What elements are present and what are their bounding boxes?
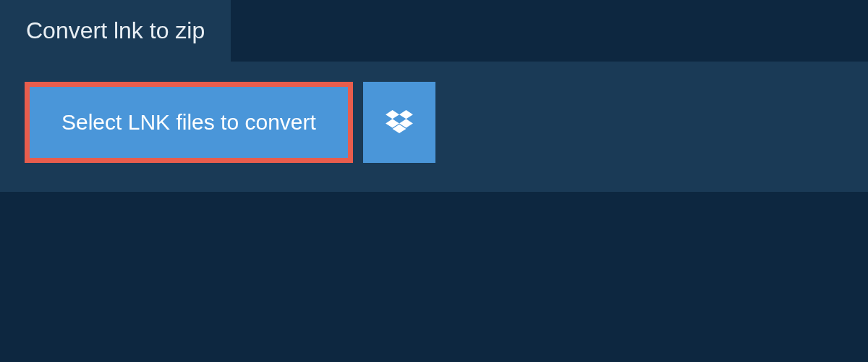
dropbox-icon bbox=[386, 110, 413, 135]
dropbox-button[interactable] bbox=[363, 82, 435, 163]
file-select-row: Select LNK files to convert bbox=[25, 82, 843, 163]
select-files-button[interactable]: Select LNK files to convert bbox=[25, 82, 353, 163]
tab-convert[interactable]: Convert lnk to zip bbox=[0, 0, 231, 62]
main-content: Select LNK files to convert bbox=[0, 62, 868, 192]
tab-bar: Convert lnk to zip bbox=[0, 0, 868, 62]
tab-label: Convert lnk to zip bbox=[26, 17, 205, 43]
select-files-label: Select LNK files to convert bbox=[61, 110, 316, 135]
